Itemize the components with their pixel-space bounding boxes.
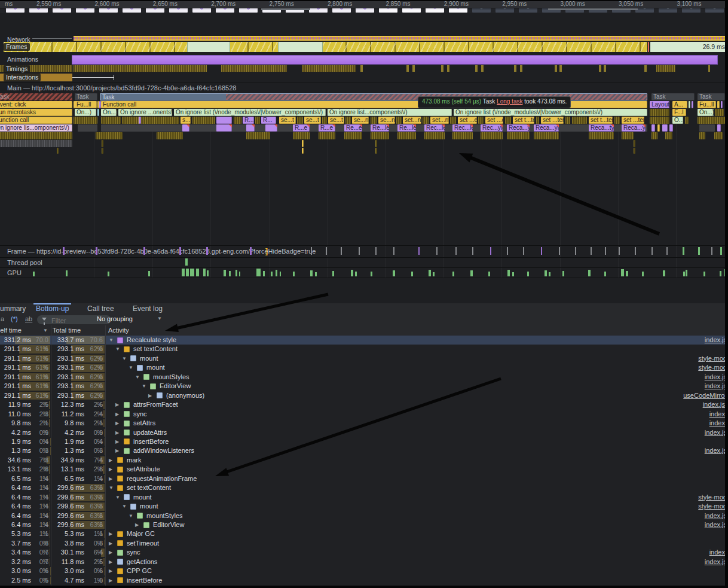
flame-event-bar[interactable] [589, 132, 614, 139]
source-link[interactable]: style-mod [698, 493, 727, 502]
expander-expanded-icon[interactable]: ▼ [115, 345, 120, 354]
source-link[interactable]: index.js [705, 520, 727, 529]
flame-event-bar[interactable] [651, 132, 657, 139]
flame-event-bar[interactable] [423, 117, 429, 124]
flame-event-bar[interactable] [692, 101, 693, 108]
flame-event-bar[interactable] [634, 140, 635, 147]
expander-collapsed-icon[interactable]: ▶ [109, 465, 112, 474]
table-row[interactable]: 2.5 ms0.5 %4.7 ms1.0 %▶insertBefore [0, 576, 728, 585]
flame-event-bar[interactable] [182, 124, 189, 132]
flame-event-bar[interactable] [302, 140, 304, 147]
flame-event-bar[interactable] [0, 140, 72, 147]
table-row[interactable]: 331.2 ms70.0 %333.7 ms70.6 %▼Recalculate… [0, 336, 728, 345]
table-row[interactable]: 3.7 ms0.8 %3.8 ms0.8 %▶setTimeout [0, 539, 728, 548]
flame-event-bar[interactable]: set...nt [403, 117, 421, 124]
flame-event-bar[interactable] [297, 117, 303, 124]
source-link[interactable]: index.js [705, 373, 727, 382]
network-requests-bar[interactable] [74, 36, 725, 41]
flame-event-bar[interactable] [216, 124, 232, 132]
flame-event-bar[interactable]: Reca...yle [534, 124, 559, 132]
frame-track-title[interactable]: Frame — https://id-preview--bd53fd9d-728… [7, 248, 316, 255]
flame-event-bar[interactable] [319, 132, 335, 139]
flame-event-bar[interactable] [122, 117, 179, 124]
tab-event-log[interactable]: Event log [133, 303, 163, 314]
source-link[interactable]: index.js [705, 446, 727, 455]
flame-event-bar[interactable] [685, 117, 689, 124]
flame-event-bar[interactable] [0, 132, 72, 139]
flame-event-bar[interactable]: Fu...ll [698, 101, 716, 108]
flame-event-bar[interactable]: Event: click [0, 101, 72, 108]
flame-event-bar[interactable] [662, 124, 668, 132]
flame-event-bar[interactable]: se...t [328, 117, 344, 124]
grouping-caret-icon[interactable]: ▼ [157, 316, 162, 321]
flame-event-bar[interactable] [717, 124, 721, 132]
bottom-up-table[interactable]: 331.2 ms70.0 %333.7 ms70.6 %▼Recalculate… [0, 336, 728, 586]
flame-task-bar[interactable]: Task [698, 93, 725, 100]
flame-event-bar[interactable]: Re...le [397, 124, 416, 132]
table-row[interactable]: 291.1 ms61.6 %293.1 ms62.0 %▶(anonymous)… [0, 391, 728, 400]
flame-event-bar[interactable]: se...nt [378, 117, 395, 124]
table-row[interactable]: 34.6 ms7.3 %34.9 ms7.4 %▶mark [0, 456, 728, 465]
flame-event-bar[interactable]: Reca...yle [507, 124, 530, 132]
flame-event-bar[interactable]: set t...tent [589, 117, 613, 124]
source-link[interactable]: index. [709, 419, 727, 428]
flame-event-bar[interactable] [97, 109, 99, 116]
tab-call-tree[interactable]: Call tree [87, 303, 114, 314]
table-row[interactable]: 291.1 ms61.6 %293.1 ms62.0 %▼mountstyle-… [0, 354, 728, 363]
flame-event-bar[interactable]: On ignore list (\/node_modules\/|\/bower… [174, 109, 326, 116]
expander-expanded-icon[interactable]: ▼ [122, 502, 127, 511]
expander-collapsed-icon[interactable]: ▶ [109, 576, 112, 585]
flame-event-bar[interactable] [101, 117, 121, 124]
expander-expanded-icon[interactable]: ▼ [135, 373, 140, 382]
animations-bar[interactable] [72, 55, 718, 65]
table-row[interactable]: 5.3 ms1.1 %5.3 ms1.1 %▶Major GC [0, 529, 728, 538]
tooltip-longtask-link[interactable]: Long task [497, 98, 522, 105]
flame-event-bar[interactable] [102, 148, 103, 154]
expander-collapsed-icon[interactable]: ▶ [109, 557, 112, 566]
flame-event-bar[interactable]: Re...e [344, 124, 362, 132]
table-row[interactable]: 1.3 ms0.3 %1.3 ms0.3 %▶addWindowListener… [0, 446, 728, 455]
expander-collapsed-icon[interactable]: ▶ [109, 548, 112, 557]
flame-event-bar[interactable] [450, 117, 456, 124]
match-whole-word-icon[interactable]: ab [25, 315, 32, 322]
column-header-self-time[interactable]: Self time [0, 325, 22, 336]
flame-event-bar[interactable] [669, 124, 673, 132]
table-row[interactable]: 3.0 ms0.6 %3.0 ms0.6 %▶CPP GC [0, 566, 728, 575]
expander-expanded-icon[interactable]: ▼ [129, 363, 133, 372]
flame-event-bar[interactable] [634, 148, 635, 154]
flame-event-bar[interactable]: set t...tent [513, 117, 534, 124]
flame-event-bar[interactable] [371, 117, 377, 124]
flame-event-bar[interactable]: On ignore list...components\/) [328, 109, 452, 116]
source-link[interactable]: index.js: [703, 400, 727, 409]
flame-event-bar[interactable] [651, 124, 655, 132]
table-row[interactable]: 291.1 ms61.6 %293.1 ms62.0 %▼mountStyles… [0, 373, 728, 382]
source-link[interactable]: index.js [705, 557, 727, 566]
flame-event-bar[interactable]: set ...tent [622, 117, 644, 124]
flame-event-bar[interactable] [536, 117, 539, 124]
source-link[interactable]: style-mod [698, 363, 727, 372]
flame-event-bar[interactable] [293, 132, 310, 139]
tab-summary[interactable]: Summary [0, 303, 26, 314]
table-row[interactable]: 3.4 ms0.7 %30.1 ms6.4 %▶syncindex. [0, 548, 728, 557]
flame-event-bar[interactable]: Function call [0, 117, 72, 124]
flame-event-bar[interactable] [452, 132, 473, 139]
expander-expanded-icon[interactable]: ▼ [115, 493, 120, 502]
expander-collapsed-icon[interactable]: ▶ [109, 456, 112, 465]
flame-event-bar[interactable] [216, 117, 232, 124]
table-row[interactable]: 6.4 ms1.4 %299.6 ms63.3 %▼mountstyle-mod [0, 493, 728, 502]
flame-event-bar[interactable]: R... [243, 117, 254, 124]
flame-event-bar[interactable] [157, 132, 183, 139]
table-row[interactable]: 6.4 ms1.4 %299.6 ms63.3 %▼set textConten… [0, 483, 728, 492]
flame-event-bar[interactable]: Rec...le [424, 124, 445, 132]
flame-event-bar[interactable]: Run microtasks [0, 109, 72, 116]
flame-event-bar[interactable]: Reca...tyle [589, 124, 614, 132]
source-link[interactable]: style-mod [698, 354, 727, 363]
flame-event-bar[interactable]: set...nt [430, 117, 449, 124]
expander-collapsed-icon[interactable]: ▶ [109, 566, 112, 575]
regex-icon[interactable]: (*) [11, 315, 18, 322]
flame-event-bar[interactable] [650, 117, 669, 124]
flame-event-bar[interactable] [265, 124, 277, 132]
flame-task-bar[interactable]: Task [75, 93, 97, 100]
flame-event-bar[interactable] [102, 140, 103, 147]
grouping-select[interactable]: No grouping [97, 315, 133, 322]
